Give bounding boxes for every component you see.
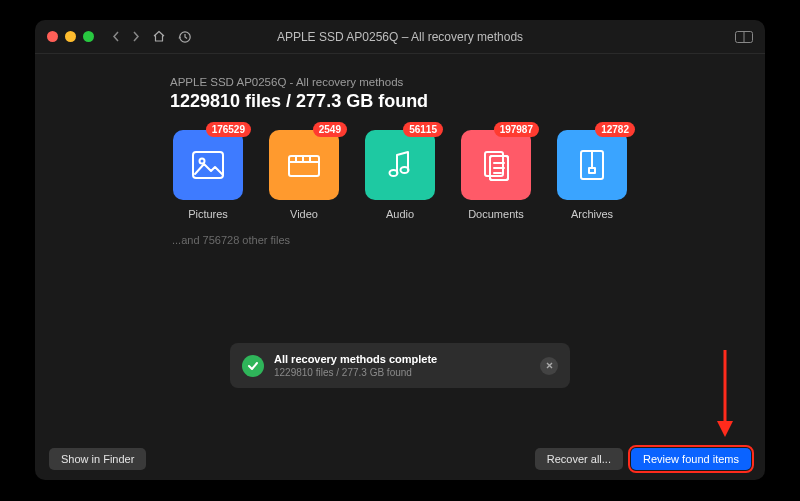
back-button[interactable]: [112, 31, 120, 42]
other-files-text: ...and 756728 other files: [172, 234, 737, 246]
forward-button[interactable]: [132, 31, 140, 42]
close-icon[interactable]: [47, 31, 58, 42]
doc-icon: [479, 149, 513, 181]
status-bar: All recovery methods complete 1229810 fi…: [230, 343, 570, 388]
film-icon: [287, 150, 321, 180]
category-pictures: 176529 Pictures: [170, 130, 246, 220]
nav-group: [112, 30, 192, 44]
count-badge: 56115: [403, 122, 443, 137]
category-card-documents[interactable]: 197987: [461, 130, 531, 200]
category-card-audio[interactable]: 56115: [365, 130, 435, 200]
status-subtitle: 1229810 files / 277.3 GB found: [274, 367, 530, 378]
category-label: Pictures: [188, 208, 228, 220]
history-button[interactable]: [178, 30, 192, 44]
right-toolbar: [735, 31, 753, 43]
maximize-icon[interactable]: [83, 31, 94, 42]
titlebar: APPLE SSD AP0256Q – All recovery methods: [35, 20, 765, 54]
category-archives: 12782 Archives: [554, 130, 630, 220]
category-video: 2549 Video: [266, 130, 342, 220]
image-icon: [191, 150, 225, 180]
content-area: APPLE SSD AP0256Q - All recovery methods…: [35, 54, 765, 438]
minimize-icon[interactable]: [65, 31, 76, 42]
review-found-items-button[interactable]: Review found items: [631, 448, 751, 470]
close-icon: [546, 362, 553, 369]
category-label: Audio: [386, 208, 414, 220]
scan-subtitle: APPLE SSD AP0256Q - All recovery methods: [170, 76, 737, 88]
count-badge: 176529: [206, 122, 251, 137]
category-card-video[interactable]: 2549: [269, 130, 339, 200]
category-card-pictures[interactable]: 176529: [173, 130, 243, 200]
category-cards: 176529 Pictures 2549 Video 56115 Audio 1…: [170, 130, 737, 220]
category-label: Documents: [468, 208, 524, 220]
count-badge: 2549: [313, 122, 347, 137]
status-title: All recovery methods complete: [274, 353, 530, 365]
count-badge: 12782: [595, 122, 635, 137]
chevron-left-icon: [112, 31, 120, 42]
note-icon: [386, 149, 414, 181]
count-badge: 197987: [494, 122, 539, 137]
status-close-button[interactable]: [540, 357, 558, 375]
zip-icon: [578, 148, 606, 182]
category-documents: 197987 Documents: [458, 130, 534, 220]
view-mode-button[interactable]: [735, 31, 753, 43]
home-icon: [152, 30, 166, 43]
history-icon: [178, 30, 192, 44]
category-audio: 56115 Audio: [362, 130, 438, 220]
chevron-right-icon: [132, 31, 140, 42]
category-label: Video: [290, 208, 318, 220]
status-text: All recovery methods complete 1229810 fi…: [274, 353, 530, 378]
show-in-finder-button[interactable]: Show in Finder: [49, 448, 146, 470]
home-button[interactable]: [152, 30, 166, 43]
category-label: Archives: [571, 208, 613, 220]
svg-point-4: [200, 159, 205, 164]
traffic-lights: [47, 31, 94, 42]
svg-rect-20: [589, 168, 595, 173]
check-icon: [242, 355, 264, 377]
view-grid-icon: [735, 31, 753, 43]
recover-all-button[interactable]: Recover all...: [535, 448, 623, 470]
scan-headline: 1229810 files / 277.3 GB found: [170, 91, 737, 112]
app-window: APPLE SSD AP0256Q – All recovery methods…: [35, 20, 765, 480]
footer: Show in Finder Recover all... Review fou…: [35, 438, 765, 480]
svg-rect-3: [193, 152, 223, 178]
category-card-archives[interactable]: 12782: [557, 130, 627, 200]
